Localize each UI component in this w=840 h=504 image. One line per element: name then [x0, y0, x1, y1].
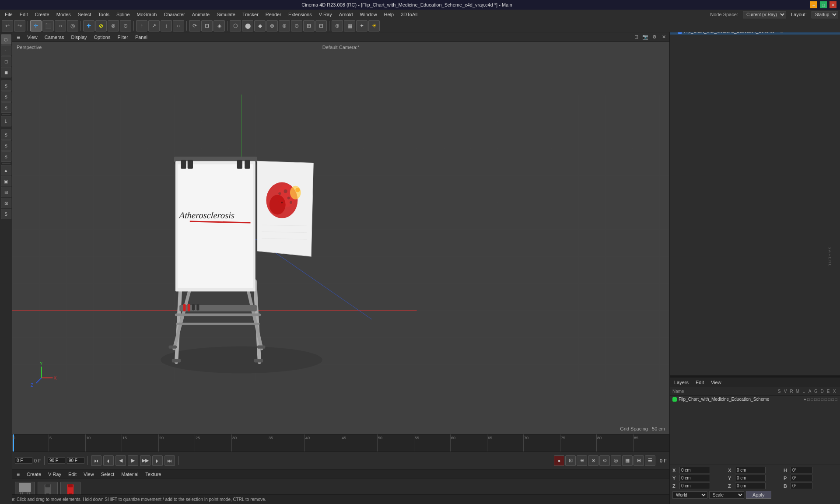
next-frame-button[interactable]: ⏵ — [152, 455, 163, 466]
torus-tool[interactable]: ⊝ — [291, 20, 302, 32]
menu-create[interactable]: Create — [32, 11, 52, 18]
menu-modes[interactable]: Modes — [53, 11, 74, 18]
asset-create[interactable]: Create — [24, 471, 44, 478]
select-rect[interactable]: ↗ — [148, 20, 160, 32]
vp-panel-menu[interactable]: Panel — [133, 34, 150, 41]
sidebar-stitch[interactable]: ⊠ — [1, 198, 11, 208]
vp-maximize[interactable]: ⊡ — [632, 33, 640, 41]
ghost-button[interactable]: ◎ — [611, 455, 621, 466]
play-button[interactable]: ▶ — [128, 455, 138, 466]
sidebar-bridge[interactable]: ⊟ — [1, 187, 11, 197]
move-tool[interactable]: ✛ — [30, 20, 42, 32]
render-settings[interactable]: ⊡ — [201, 20, 213, 32]
coord-z2-input[interactable] — [735, 483, 766, 489]
layers-view-menu[interactable]: View — [708, 379, 724, 386]
sidebar-mode-edges[interactable]: ◻ — [1, 56, 11, 66]
next-button[interactable]: ▶▶ — [140, 455, 150, 466]
sidebar-mode-objects[interactable]: ⬡ — [1, 34, 11, 45]
menu-select[interactable]: Select — [75, 11, 94, 18]
prev-button[interactable]: ◀ — [116, 455, 126, 466]
sidebar-mode-polygons[interactable]: ◼ — [1, 67, 11, 77]
key-sel-button[interactable]: ⊗ — [588, 455, 598, 466]
asset-material[interactable]: Material — [119, 471, 141, 478]
timeline-ruler[interactable]: 051015202530354045505560657075808590 — [12, 434, 669, 452]
asset-menu-icon[interactable]: ≡ — [14, 470, 22, 478]
select-lasso[interactable]: ↕ — [161, 20, 172, 32]
layer-flipchart[interactable]: Flip_Chart_with_Medicine_Education_Schem… — [670, 396, 840, 402]
grid-tool[interactable]: ▦ — [344, 20, 355, 32]
render-button[interactable]: ⟳ — [189, 20, 200, 32]
sidebar-knife[interactable]: S — [1, 130, 11, 140]
sidebar-bevel[interactable]: ▣ — [1, 176, 11, 186]
menu-tracker[interactable]: Tracker — [239, 11, 262, 18]
asset-vray[interactable]: V-Ray — [46, 471, 64, 478]
param-button[interactable]: ⊞ — [634, 455, 644, 466]
coord-y2-input[interactable] — [735, 475, 766, 481]
menu-arnold[interactable]: Arnold — [336, 11, 356, 18]
extra-button[interactable]: ☰ — [645, 455, 655, 466]
auto-key-button[interactable]: ⊡ — [565, 455, 576, 466]
scale-select[interactable]: Scale — [709, 491, 744, 499]
coord-p-input[interactable] — [791, 475, 812, 481]
sphere-tool[interactable]: ⬤ — [242, 20, 253, 32]
current-frame-field[interactable] — [15, 457, 32, 464]
menu-tools[interactable]: Tools — [95, 11, 112, 18]
coord-h-input[interactable] — [791, 467, 812, 473]
coord-x-input[interactable] — [679, 467, 710, 473]
vp-filter-menu[interactable]: Filter — [115, 34, 130, 41]
go-start-button[interactable]: ⏮ — [91, 455, 102, 466]
menu-character[interactable]: Character — [161, 11, 188, 18]
minimize-button[interactable]: – — [810, 1, 817, 8]
light-tool[interactable]: ⊙ — [120, 20, 131, 32]
node-space-select[interactable]: Current (V-Ray) — [743, 11, 786, 18]
camera-tool[interactable]: ⊗ — [108, 20, 119, 32]
vp-view-menu[interactable]: View — [24, 34, 40, 41]
menu-vray[interactable]: V-Ray — [316, 11, 335, 18]
world-select[interactable]: World Local Object — [672, 491, 707, 499]
menu-render[interactable]: Render — [262, 11, 284, 18]
menu-spline[interactable]: Spline — [113, 11, 133, 18]
tube-tool[interactable]: ⊟ — [315, 20, 327, 32]
cone-tool[interactable]: ⊜ — [279, 20, 290, 32]
sidebar-slide[interactable]: S — [1, 209, 11, 219]
onion-button[interactable]: ▦ — [622, 455, 633, 466]
undo-button[interactable]: ↩ — [2, 20, 13, 32]
asset-texture[interactable]: Texture — [143, 471, 164, 478]
light-icon[interactable]: ☀ — [368, 20, 380, 32]
vp-display-menu[interactable]: Display — [68, 34, 89, 41]
sidebar-s3[interactable]: S — [1, 102, 11, 113]
sidebar-magnet[interactable]: S — [1, 140, 11, 151]
render-region[interactable]: ◈ — [214, 20, 225, 32]
axis-tool[interactable]: ✦ — [356, 20, 368, 32]
menu-edit[interactable]: Edit — [17, 11, 31, 18]
vp-menu-icon[interactable]: ≡ — [14, 33, 23, 42]
menu-simulate[interactable]: Simulate — [214, 11, 238, 18]
coord-y-input[interactable] — [679, 475, 710, 481]
menu-3dtoall[interactable]: 3DToAll — [398, 11, 420, 18]
capsule-tool[interactable]: ⊞ — [303, 20, 315, 32]
cylinder-tool[interactable]: ◆ — [254, 20, 266, 32]
transform-tool[interactable]: ◎ — [67, 20, 78, 32]
sidebar-s4[interactable]: S — [1, 151, 11, 162]
close-button[interactable]: ✕ — [830, 1, 836, 8]
asset-edit[interactable]: Edit — [66, 471, 79, 478]
asset-select[interactable]: Select — [98, 471, 117, 478]
vp-snapshot[interactable]: 📷 — [641, 33, 649, 41]
menu-mograph[interactable]: MoGraph — [134, 11, 160, 18]
null-object[interactable]: ⊘ — [95, 20, 107, 32]
sidebar-l-tool[interactable]: L — [1, 116, 11, 126]
menu-window[interactable]: Window — [357, 11, 380, 18]
key-all-button[interactable]: ⊕ — [577, 455, 587, 466]
max-frame-field-1[interactable] — [48, 457, 65, 464]
sidebar-mode-points[interactable]: · — [1, 45, 11, 56]
snap-tool[interactable]: ⊕ — [332, 20, 343, 32]
select-loop[interactable]: ↔ — [173, 20, 184, 32]
vp-settings[interactable]: ⚙ — [651, 33, 658, 41]
layers-edit-menu[interactable]: Edit — [693, 379, 707, 386]
go-end-button[interactable]: ⏭ — [164, 455, 175, 466]
redo-button[interactable]: ↪ — [14, 20, 25, 32]
add-object[interactable]: ✚ — [83, 20, 94, 32]
coord-z-input[interactable] — [679, 483, 710, 489]
cube-tool[interactable]: ⬡ — [230, 20, 241, 32]
layout-select[interactable]: Startup — [812, 11, 838, 18]
